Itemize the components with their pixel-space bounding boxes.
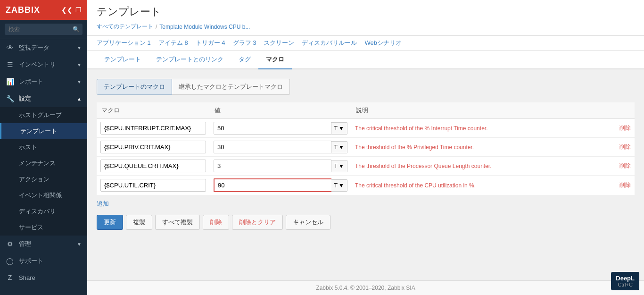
deepl-button[interactable]: DeepL Ctrl+C [611,272,639,290]
tab-links[interactable]: テンプレートとのリンク [149,51,231,69]
macro-input-2[interactable] [100,141,206,153]
value-input-2[interactable] [214,141,331,153]
sidebar-item-event-correlation[interactable]: イベント相関係 [0,187,87,203]
template-macros-button[interactable]: テンプレートのマクロ [97,79,172,95]
deepl-shortcut: Ctrl+C [618,282,632,287]
sidebar-item-inventory[interactable]: ☰ インベントリ ▼ [0,56,87,73]
sidebar-item-support-label: サポート [19,257,43,265]
desc-text-2: The threshold of the % Privileged Time c… [355,144,474,151]
top-nav-discovery[interactable]: ディスカバリルール [302,39,357,47]
chevron-down-icon: ▼ [77,45,82,51]
search-input[interactable] [5,24,83,35]
value-type-btn-3[interactable]: T ▼ [331,160,347,172]
sidebar-item-hostgroups[interactable]: ホストグループ [0,107,87,123]
sidebar-item-discovery[interactable]: ディスカバリ [0,203,87,219]
top-nav-applications[interactable]: アプリケーション 1 [97,39,151,47]
sidebar-item-hosts[interactable]: ホスト [0,139,87,155]
desc-text-3: The threshold of the Processor Queue Len… [355,163,492,169]
macro-input-4[interactable] [100,179,206,192]
sidebar-item-support[interactable]: ◯ サポート [0,253,87,270]
delete-button[interactable]: 削除 [203,215,229,230]
main-header: テンプレート すべてのテンプレート / Template Module Wind… [87,0,644,36]
collapse-icon[interactable]: ❮❮ [61,6,73,14]
delete-link-2[interactable]: 削除 [619,143,631,150]
breadcrumb-current-template[interactable]: Template Module Windows CPU b... [159,24,250,30]
macro-toggle-group: テンプレートのマクロ 継承したマクロとテンプレートマクロ [97,79,635,95]
delete-link-4[interactable]: 削除 [619,182,631,188]
chevron-up-icon: ▲ [77,96,82,101]
macro-input-1[interactable] [100,122,206,135]
share-icon: Z [6,274,14,281]
value-input-1[interactable] [214,122,331,135]
macro-input-3[interactable] [100,160,206,172]
macro-cell-2 [97,138,210,157]
content-area: テンプレートのマクロ 継承したマクロとテンプレートマクロ マクロ 値 説明 [87,69,644,280]
admin-icon: ⚙ [6,240,14,248]
desc-cell-3: The threshold of the Processor Queue Len… [351,157,616,176]
delete-cell-4: 削除 [616,176,635,195]
chevron-icon-3: ▼ [339,163,344,169]
sidebar-item-monitoring[interactable]: 👁 監視データ ▼ [0,39,87,56]
inherited-macros-button[interactable]: 継承したマクロとテンプレートマクロ [172,79,290,95]
delete-link-3[interactable]: 削除 [619,162,631,169]
expand-icon[interactable]: ❐ [75,6,82,14]
sidebar-item-reports[interactable]: 📊 レポート ▼ [0,73,87,90]
sidebar-item-actions[interactable]: アクション [0,171,87,187]
sidebar-item-admin[interactable]: ⚙ 管理 ▼ [0,236,87,253]
sidebar: ZABBIX ❮❮ ❐ 🔍 👁 監視データ ▼ ☰ インベントリ ▼ 📊 レポー… [0,0,87,295]
footer-text: Zabbix 5.0.4. © 2001–2020, Zabbix SIA [316,285,415,291]
delete-link-1[interactable]: 削除 [619,125,631,131]
page-title: テンプレート [97,5,635,19]
clone-button[interactable]: 複製 [126,215,152,230]
col-header-macro: マクロ [97,102,210,119]
sidebar-item-services[interactable]: サービス [0,219,87,236]
tab-nav: テンプレート テンプレートとのリンク タグ マクロ [87,51,644,69]
settings-icon: 🔧 [6,95,14,102]
chevron-down-icon-2: ▼ [77,62,82,67]
sidebar-item-monitoring-label: 監視データ [19,43,50,52]
tab-macros[interactable]: マクロ [258,51,292,69]
sidebar-item-share-label: Share [19,274,35,281]
desc-cell-1: The critical threshold of the % Interrup… [351,119,616,138]
desc-cell-2: The threshold of the % Privileged Time c… [351,138,616,157]
table-row: T ▼ The critical threshold of the % Inte… [97,119,635,138]
monitoring-icon: 👁 [6,44,14,51]
top-nav-items[interactable]: アイテム 8 [158,39,188,47]
chevron-icon-4: ▼ [339,182,344,189]
value-cell-4: T ▼ [210,176,351,195]
app-title: ZABBIX [6,5,40,15]
settings-submenu: ホストグループ テンプレート ホスト メンテナンス アクション イベント相関係 … [0,107,87,236]
top-nav-graphs[interactable]: グラフ 3 [233,39,256,47]
delete-clear-button[interactable]: 削除とクリア [232,215,283,230]
sidebar-item-admin-label: 管理 [19,240,31,248]
top-nav-screens[interactable]: スクリーン [264,39,294,47]
sidebar-item-reports-label: レポート [19,77,43,86]
add-macro-link[interactable]: 追加 [97,200,109,208]
tab-tags[interactable]: タグ [231,51,258,69]
value-type-btn-4[interactable]: T ▼ [331,179,347,192]
desc-text-1: The critical threshold of the % Interrup… [355,125,487,132]
value-input-3[interactable] [214,160,331,172]
value-type-btn-1[interactable]: T ▼ [331,122,347,135]
action-buttons: 更新 複製 すべて複製 削除 削除とクリア キャンセル [97,215,635,230]
sidebar-logo: ZABBIX ❮❮ ❐ [0,0,87,20]
sidebar-item-templates[interactable]: テンプレート [0,123,87,139]
value-cell-2: T ▼ [210,138,351,157]
top-nav-triggers[interactable]: トリガー 4 [196,39,225,47]
breadcrumb-all-templates[interactable]: すべてのテンプレート [97,23,153,31]
value-type-btn-2[interactable]: T ▼ [331,141,347,153]
delete-cell-3: 削除 [616,157,635,176]
update-button[interactable]: 更新 [97,215,123,230]
sidebar-item-share[interactable]: Z Share [0,270,87,286]
table-row: T ▼ The critical threshold of the CPU ut… [97,176,635,195]
clone-all-button[interactable]: すべて複製 [155,215,200,230]
tab-template[interactable]: テンプレート [97,51,149,69]
table-row: T ▼ The threshold of the % Privileged Ti… [97,138,635,157]
support-icon: ◯ [6,257,14,265]
value-input-4[interactable] [214,178,331,192]
sidebar-item-maintenance[interactable]: メンテナンス [0,155,87,171]
top-nav-web[interactable]: Webシナリオ [364,39,402,47]
col-header-value: 値 [210,102,351,119]
cancel-button[interactable]: キャンセル [286,215,330,230]
sidebar-item-settings[interactable]: 🔧 設定 ▲ [0,90,87,107]
